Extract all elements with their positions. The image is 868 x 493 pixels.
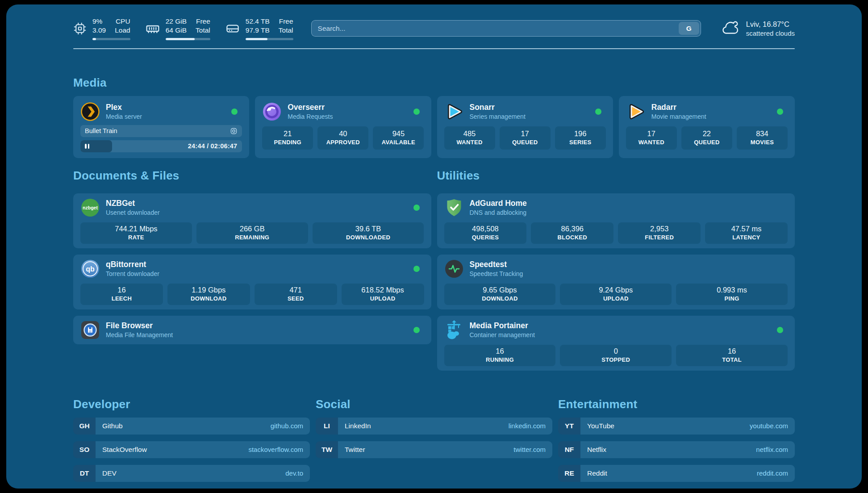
service-card-filebrowser[interactable]: File Browser Media File Management — [73, 316, 431, 344]
service-subtitle: Torrent downloader — [106, 270, 159, 277]
bookmark-name: Twitter — [345, 446, 365, 454]
memory-total-value: 64 GiB — [166, 26, 187, 35]
disk-total-label: Total — [279, 26, 293, 35]
stat-value: 39.6 TB — [316, 225, 421, 233]
stat-tile: 9.65 Gbps DOWNLOAD — [444, 284, 556, 305]
session-settings-icon[interactable] — [230, 127, 238, 135]
speedtest-icon — [444, 259, 464, 279]
bookmark-abbr: NF — [558, 441, 580, 458]
stat-tile: 618.52 Mbps UPLOAD — [342, 284, 424, 305]
memory-free-value: 22 GiB — [166, 17, 187, 26]
stat-label: PING — [680, 295, 784, 302]
section-title-social: Social — [316, 397, 552, 411]
stat-tile: 21 PENDING — [262, 126, 313, 150]
cpu-load-value: 3.09 — [92, 26, 106, 35]
bookmark-twitter[interactable]: TW Twitter twitter.com — [316, 441, 552, 458]
section-title-media: Media — [73, 76, 795, 90]
stat-label: UPLOAD — [345, 295, 421, 302]
stat-value: 17 — [503, 130, 547, 138]
stat-tile: 834 MOVIES — [737, 126, 788, 150]
section-title-entertainment: Entertainment — [558, 397, 795, 411]
stat-value: 22 — [685, 130, 729, 138]
section-developer: Developer GH Github github.com SO StackO… — [73, 397, 310, 482]
service-title: Plex — [106, 103, 142, 113]
status-dot — [413, 266, 420, 272]
service-card-portainer[interactable]: Media Portainer Container management 16 … — [437, 316, 795, 371]
system-stat-memory: 22 GiB 64 GiB Free Total — [146, 17, 210, 40]
stat-value: 618.52 Mbps — [345, 286, 421, 294]
stat-label: REMAINING — [200, 234, 305, 241]
cloud-icon — [721, 20, 740, 37]
service-subtitle: Container management — [470, 331, 535, 338]
pause-icon[interactable] — [85, 144, 89, 149]
search-input[interactable] — [312, 25, 677, 33]
bookmark-abbr: TW — [316, 441, 338, 458]
stat-value: 2,953 — [622, 225, 697, 233]
bookmark-reddit[interactable]: RE Reddit reddit.com — [558, 465, 795, 482]
section-entertainment: Entertainment YT YouTube youtube.com NF … — [558, 397, 795, 482]
cpu-usage-label: CPU — [115, 17, 130, 26]
bookmark-dev[interactable]: DT DEV dev.to — [73, 465, 310, 482]
stat-label: BLOCKED — [534, 234, 610, 241]
playback-progress-fill — [80, 140, 112, 152]
service-title: AdGuard Home — [470, 199, 527, 209]
bookmark-github[interactable]: GH Github github.com — [73, 418, 310, 435]
stat-value: 17 — [630, 130, 673, 138]
system-stat-disk: 52.4 TB 97.9 TB Free Total — [225, 17, 293, 40]
bookmark-abbr: DT — [73, 465, 96, 482]
stat-value: 744.21 Mbps — [84, 225, 188, 233]
status-dot — [413, 109, 420, 115]
stat-tile: 86,396 BLOCKED — [531, 222, 613, 244]
stat-tile: 16 LEECH — [80, 284, 163, 305]
service-card-speedtest[interactable]: Speedtest Speedtest Tracking 9.65 Gbps D… — [437, 255, 795, 309]
stat-label: TOTAL — [680, 356, 784, 363]
stat-tile: 0 STOPPED — [560, 345, 672, 366]
service-subtitle: Series management — [470, 113, 526, 120]
bookmark-name: Github — [102, 422, 123, 430]
service-title: Media Portainer — [470, 321, 535, 331]
service-card-plex[interactable]: Plex Media server Bullet Train — [73, 96, 249, 158]
playback-time: 24:44 / 02:06:47 — [188, 142, 242, 150]
service-card-overseerr[interactable]: Overseerr Media Requests 21 PENDING 40 A… — [255, 96, 431, 158]
system-stat-cpu: 9% 3.09 CPU Load — [73, 17, 130, 40]
service-title: qBittorrent — [106, 260, 159, 270]
service-card-sonarr[interactable]: Sonarr Series management 485 WANTED 17 Q… — [437, 96, 613, 158]
stat-label: LEECH — [84, 295, 159, 302]
stat-tile: 16 RUNNING — [444, 345, 556, 366]
stat-value: 9.24 Gbps — [563, 286, 668, 294]
weather-widget: Lviv, 16.87°C scattered clouds — [721, 20, 795, 37]
cpu-load-label: Load — [115, 26, 130, 35]
stat-tile: 47.57 ms LATENCY — [705, 222, 788, 244]
bookmark-url: github.com — [271, 422, 303, 430]
bookmark-url: youtube.com — [750, 422, 788, 430]
sonarr-icon — [444, 102, 464, 121]
stat-label: DOWNLOAD — [171, 295, 246, 302]
cpu-progress-fill — [92, 38, 96, 40]
bookmark-abbr: LI — [316, 418, 338, 435]
service-subtitle: Movie management — [651, 113, 706, 120]
bookmark-youtube[interactable]: YT YouTube youtube.com — [558, 418, 795, 435]
section-title-developer: Developer — [73, 397, 310, 411]
stat-label: STOPPED — [563, 356, 668, 363]
section-utilities: Utilities AdGuard Home — [437, 169, 795, 371]
search-engine-button[interactable]: G — [679, 22, 699, 35]
stat-label: QUEUED — [503, 139, 547, 146]
memory-total-label: Total — [196, 26, 210, 35]
stat-value: 485 — [448, 130, 492, 138]
bookmark-netflix[interactable]: NF Netflix netflix.com — [558, 441, 795, 458]
bookmark-stackoverflow[interactable]: SO StackOverflow stackoverflow.com — [73, 441, 310, 458]
section-documents: Documents & Files nzbget NZBGet Usenet d… — [73, 169, 431, 371]
stat-label: QUEUED — [685, 139, 729, 146]
service-card-nzbget[interactable]: nzbget NZBGet Usenet downloader 744.21 M… — [73, 193, 431, 248]
svg-text:nzbget: nzbget — [83, 205, 98, 210]
stat-label: RATE — [84, 234, 188, 241]
stat-tile: 9.24 Gbps UPLOAD — [560, 284, 672, 305]
service-card-radarr[interactable]: Radarr Movie management 17 WANTED 22 QUE… — [619, 96, 795, 158]
bookmark-linkedin[interactable]: LI LinkedIn linkedin.com — [316, 418, 552, 435]
disk-icon — [225, 21, 240, 36]
service-card-adguard[interactable]: AdGuard Home DNS and adblocking 498,508 … — [437, 193, 795, 248]
stat-tile: 498,508 QUERIES — [444, 222, 527, 244]
stat-value: 16 — [680, 347, 784, 355]
now-playing-title: Bullet Train — [85, 127, 117, 134]
service-card-qbittorrent[interactable]: qb qBittorrent Torrent downloader 16 LEE… — [73, 255, 431, 309]
